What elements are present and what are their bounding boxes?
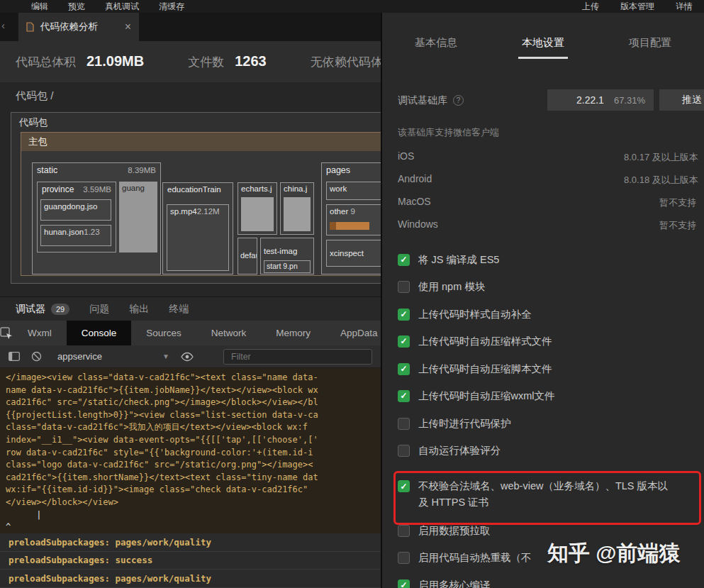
treemap-box-guang[interactable]: guang xyxy=(119,182,157,253)
checkbox[interactable] xyxy=(398,418,410,430)
option-auto-audit[interactable]: 自动运行体验评分 xyxy=(398,437,698,464)
treemap-box-guangdong[interactable]: guangdong.jso xyxy=(40,199,111,221)
watermark: 知乎 @前端猿 xyxy=(547,539,681,568)
tab-local-settings[interactable]: 本地设置 xyxy=(522,36,564,50)
checkbox[interactable] xyxy=(398,254,410,266)
breadcrumb[interactable]: 代码包 / xyxy=(16,89,53,103)
debug-base-library-row: 调试基础库? 2.22.1 67.31% 推送 xyxy=(398,89,704,111)
option-code-protect[interactable]: 上传时进行代码保护 xyxy=(398,410,698,437)
panel-tab-output[interactable]: 输出 xyxy=(129,303,149,316)
menu-details[interactable]: 详情 xyxy=(676,1,693,13)
clear-console-icon[interactable] xyxy=(31,351,42,362)
panel-layout-icon[interactable] xyxy=(9,352,20,361)
checkbox[interactable] xyxy=(398,335,410,348)
settings-panel: 基本信息 本地设置 项目配置 调试基础库? 2.22.1 67.31% 推送 该… xyxy=(381,13,704,588)
tab-basic-info[interactable]: 基本信息 xyxy=(415,36,457,50)
treemap-block-test-image[interactable]: test-imag start 9.pn xyxy=(260,238,314,274)
platform-support-list: iOS 8.0.17 及以上版本 Android 8.0.18 及以上版本 Ma… xyxy=(382,145,704,235)
warning-count-badge: 29 xyxy=(51,304,69,315)
inspect-element-icon[interactable] xyxy=(0,321,13,345)
file-icon xyxy=(26,22,34,32)
help-icon[interactable]: ? xyxy=(453,95,464,106)
treemap-block-echarts[interactable]: echarts.j xyxy=(238,182,277,235)
option-style-autocomplete[interactable]: 上传代码时样式自动补全 xyxy=(398,301,698,328)
menu-remote-debug[interactable]: 真机调试 xyxy=(105,1,139,13)
option-skip-domain-check[interactable]: 不校验合法域名、web-view（业务域名）、TLS 版本以及 HTTPS 证书 xyxy=(398,478,698,519)
tab-project-config[interactable]: 项目配置 xyxy=(629,36,671,50)
treemap-block-province[interactable]: province3.59MB guangdong.jso hunan.json1… xyxy=(37,182,116,253)
treemap-root-label: 代码包 xyxy=(19,116,48,129)
close-icon[interactable]: × xyxy=(125,21,131,33)
tab-title: 代码依赖分析 xyxy=(40,21,98,33)
treemap-box-hunan[interactable]: hunan.json1.23 xyxy=(40,225,111,246)
console-toolbar: appservice ▼ xyxy=(0,345,381,368)
checkbox[interactable] xyxy=(398,579,410,588)
menu-version-manage[interactable]: 版本管理 xyxy=(620,1,654,13)
option-compress-script[interactable]: 上传代码时自动压缩脚本文件 xyxy=(398,355,698,382)
chevron-down-icon: ▼ xyxy=(162,353,169,360)
devtools-tab-bar: Wxml Console Sources Network Memory AppD… xyxy=(0,321,381,345)
checkbox[interactable] xyxy=(398,445,410,457)
push-button[interactable]: 推送 xyxy=(659,89,704,111)
stat-total-size: 代码总体积 21.09MB xyxy=(16,53,144,70)
option-compile-es5[interactable]: 将 JS 编译成 ES5 xyxy=(398,246,698,273)
stat-file-count: 文件数 1263 xyxy=(188,53,267,70)
panel-tab-terminal[interactable]: 终端 xyxy=(169,303,189,316)
tab-network[interactable]: Network xyxy=(196,321,262,345)
platform-row-windows: Windows 暂不支持 xyxy=(382,213,704,235)
base-library-label: 调试基础库 xyxy=(398,94,447,106)
menu-bar: 编辑 预览 真机调试 清缓存 上传 版本管理 详情 xyxy=(0,0,704,13)
checkbox[interactable] xyxy=(398,525,410,537)
menu-edit[interactable]: 编辑 xyxy=(31,1,48,13)
wechat-devtools-window: 编辑 预览 真机调试 清缓存 上传 版本管理 详情 ‹ 代码依赖分析 × 代码总… xyxy=(0,0,704,588)
option-compress-style[interactable]: 上传代码时自动压缩样式文件 xyxy=(398,328,698,355)
menu-preview[interactable]: 预览 xyxy=(68,1,85,13)
treemap-fill xyxy=(284,197,311,231)
treemap-orange-bar xyxy=(330,222,369,230)
checkbox[interactable] xyxy=(398,281,410,293)
panel-tab-debugger[interactable]: 调试器 29 xyxy=(16,303,69,316)
treemap-block-education-train[interactable]: educationTrain sp.mp42.12M xyxy=(162,182,233,274)
treemap-block-china[interactable]: china.j xyxy=(280,182,314,235)
platform-row-macos: MacOS 暂不支持 xyxy=(382,190,704,213)
tab-console[interactable]: Console xyxy=(67,321,132,345)
checkbox[interactable] xyxy=(398,363,410,375)
context-selector[interactable]: appservice ▼ xyxy=(57,351,169,362)
tab-wxml[interactable]: Wxml xyxy=(13,321,67,345)
tab-memory[interactable]: Memory xyxy=(261,321,325,345)
treemap-box-start9[interactable]: start 9.pn xyxy=(264,260,311,273)
filter-input[interactable] xyxy=(223,349,372,365)
treemap-block-static[interactable]: static8.39MB province3.59MB guangdong.js… xyxy=(32,162,161,274)
checkbox[interactable] xyxy=(398,390,410,402)
base-library-note: 该基础库支持微信客户端 xyxy=(398,126,499,139)
chevron-left-icon[interactable]: ‹ xyxy=(1,19,5,31)
checkbox[interactable] xyxy=(398,552,410,564)
option-multicore-compile[interactable]: 启用多核心编译 xyxy=(398,572,698,588)
checkbox[interactable] xyxy=(398,480,410,492)
checkbox[interactable] xyxy=(398,309,410,321)
platform-row-android: Android 8.0.18 及以上版本 xyxy=(382,167,704,190)
tab-sources[interactable]: Sources xyxy=(131,321,196,345)
base-library-version-select[interactable]: 2.22.1 67.31% xyxy=(547,89,654,111)
panel-tab-problems[interactable]: 问题 xyxy=(89,303,109,316)
treemap-box-sp-mp4[interactable]: sp.mp42.12M xyxy=(167,204,229,271)
option-npm-module[interactable]: 使用 npm 模块 xyxy=(398,273,698,300)
platform-row-ios: iOS 8.0.17 及以上版本 xyxy=(382,145,704,167)
console-output: </image><view class="data-v-cad21f6c"><t… xyxy=(0,368,381,533)
settings-tab-bar: 基本信息 本地设置 项目配置 xyxy=(382,27,704,58)
tab-code-dependency-analysis[interactable]: 代码依赖分析 × xyxy=(18,13,139,41)
eye-icon[interactable] xyxy=(181,352,194,362)
menu-clear-cache[interactable]: 清缓存 xyxy=(159,1,184,13)
option-compress-wxml[interactable]: 上传代码时自动压缩wxml文件 xyxy=(398,382,698,409)
treemap-block-default[interactable]: defau xyxy=(238,238,257,274)
menu-upload[interactable]: 上传 xyxy=(582,1,599,13)
treemap-fill xyxy=(241,197,274,231)
